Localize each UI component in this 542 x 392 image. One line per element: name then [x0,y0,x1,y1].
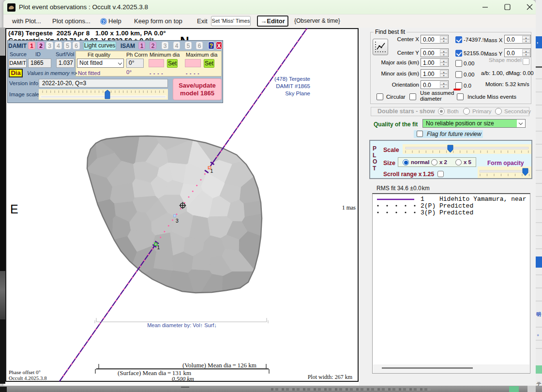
svg-text:1: 1 [157,244,160,250]
svg-text:3: 3 [176,218,179,224]
svg-text:?: ? [102,19,105,24]
svg-text:1: 1 [211,168,213,174]
